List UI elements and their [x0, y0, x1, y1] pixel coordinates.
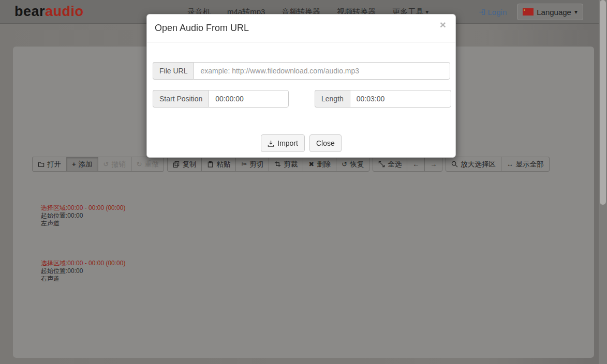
modal-title: Open Audio From URL: [155, 23, 249, 34]
start-position-input[interactable]: [209, 90, 289, 108]
length-label: Length: [315, 90, 350, 108]
file-url-group: File URL: [153, 62, 450, 80]
page-scrollbar[interactable]: [599, 0, 607, 364]
close-icon[interactable]: ×: [437, 19, 449, 31]
open-audio-modal: Open Audio From URL × File URL Start Pos…: [146, 14, 456, 158]
scrollbar-thumb[interactable]: [600, 0, 606, 205]
page: bearaudio 录音机 m4a转mp3 音频转换器 视频转换器 更多工具▾ …: [0, 0, 607, 364]
file-url-input[interactable]: [194, 62, 450, 80]
modal-close-button[interactable]: Close: [309, 134, 342, 152]
start-position-label: Start Position: [153, 90, 209, 108]
length-group: Length: [315, 90, 451, 108]
download-icon: [268, 140, 274, 147]
import-button[interactable]: Import: [261, 134, 305, 152]
length-input[interactable]: [350, 90, 451, 108]
file-url-label: File URL: [153, 62, 194, 80]
modal-header: Open Audio From URL: [147, 14, 455, 42]
modal-footer: Import Close: [147, 134, 455, 152]
start-position-group: Start Position: [153, 90, 289, 108]
